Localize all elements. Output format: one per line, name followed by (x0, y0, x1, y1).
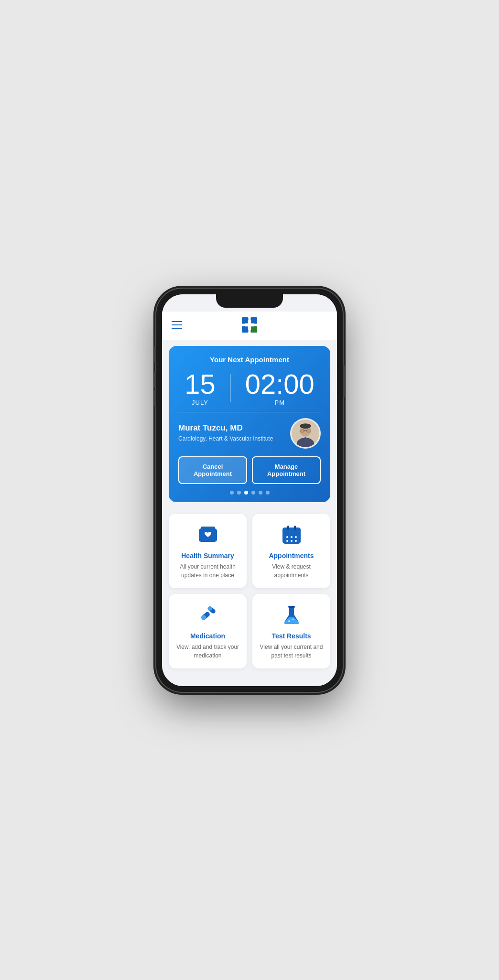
doctor-section: Murat Tuzcu, MD Cardiology, Heart & Vasc… (178, 418, 321, 449)
medication-card[interactable]: Medication View, add and track your medi… (169, 594, 247, 668)
doctor-avatar (290, 418, 321, 449)
health-summary-icon (196, 523, 219, 546)
card-separator (178, 412, 321, 412)
appointment-datetime: 15 JULY 02:00 PM (178, 370, 321, 406)
app-logo (240, 315, 259, 334)
svg-point-21 (295, 536, 297, 538)
appointment-time: 02:00 PM (245, 370, 315, 406)
carousel-dot-4[interactable] (251, 491, 255, 495)
test-results-title: Test Results (271, 632, 311, 640)
svg-rect-0 (242, 317, 249, 324)
carousel-dot-3[interactable] (244, 491, 248, 495)
medication-title: Medication (190, 632, 225, 640)
appointment-hour: 02:00 (245, 370, 315, 398)
svg-point-22 (286, 540, 288, 542)
appointments-icon (280, 523, 303, 546)
app-content: Your Next Appointment 15 JULY 02:00 PM (162, 294, 337, 686)
appointments-card[interactable]: Appointments View & request appointments (252, 514, 330, 588)
svg-rect-15 (201, 527, 215, 530)
test-results-card[interactable]: Test Results View all your current and p… (252, 594, 330, 668)
health-summary-title: Health Summary (181, 552, 234, 560)
health-summary-desc: All your current health updates in one p… (175, 562, 240, 580)
svg-point-24 (295, 540, 297, 542)
cancel-appointment-button[interactable]: Cancel Appointment (178, 456, 247, 484)
svg-rect-5 (245, 323, 255, 326)
phone-screen: Your Next Appointment 15 JULY 02:00 PM (162, 294, 337, 686)
test-results-icon (280, 603, 303, 626)
appointment-date: 15 JULY (184, 370, 216, 406)
appointment-month: JULY (184, 399, 216, 406)
manage-appointment-button[interactable]: Manage Appointment (252, 456, 321, 484)
feature-grid: Health Summary All your current health u… (162, 508, 337, 674)
svg-rect-26 (294, 526, 296, 530)
appointment-card: Your Next Appointment 15 JULY 02:00 PM (169, 346, 330, 502)
carousel-dot-2[interactable] (237, 491, 241, 495)
svg-rect-3 (250, 326, 257, 333)
carousel-dot-6[interactable] (266, 491, 270, 495)
health-summary-card[interactable]: Health Summary All your current health u… (169, 514, 247, 588)
medication-icon (196, 603, 219, 626)
menu-button[interactable] (172, 321, 182, 329)
app-header (162, 312, 337, 340)
svg-rect-2 (242, 326, 249, 333)
carousel-dot-1[interactable] (230, 491, 234, 495)
appointment-actions: Cancel Appointment Manage Appointment (178, 456, 321, 484)
medication-desc: View, add and track your medication (175, 643, 240, 660)
svg-point-19 (286, 536, 288, 538)
carousel-dot-5[interactable] (259, 491, 262, 495)
appointments-title: Appointments (269, 552, 314, 560)
doctor-info: Murat Tuzcu, MD Cardiology, Heart & Vasc… (178, 423, 273, 443)
svg-rect-31 (288, 606, 295, 608)
svg-point-20 (291, 536, 293, 538)
carousel-dots (178, 491, 321, 495)
appointment-ampm: PM (245, 399, 315, 406)
notch (216, 294, 283, 308)
doctor-name: Murat Tuzcu, MD (178, 423, 273, 433)
appointment-day: 15 (184, 370, 216, 398)
svg-point-9 (300, 423, 311, 429)
phone-frame: Your Next Appointment 15 JULY 02:00 PM (156, 289, 343, 692)
svg-rect-25 (287, 526, 289, 530)
svg-rect-18 (282, 531, 301, 533)
test-results-desc: View all your current and past test resu… (259, 643, 324, 660)
doctor-specialty: Cardiology, Heart & Vascular Institute (178, 435, 273, 443)
datetime-divider (230, 374, 231, 402)
svg-rect-1 (250, 317, 257, 324)
svg-point-23 (291, 540, 293, 542)
svg-point-33 (292, 618, 293, 620)
appointment-card-title: Your Next Appointment (178, 355, 321, 364)
svg-point-32 (288, 620, 290, 622)
appointments-desc: View & request appointments (259, 562, 324, 580)
